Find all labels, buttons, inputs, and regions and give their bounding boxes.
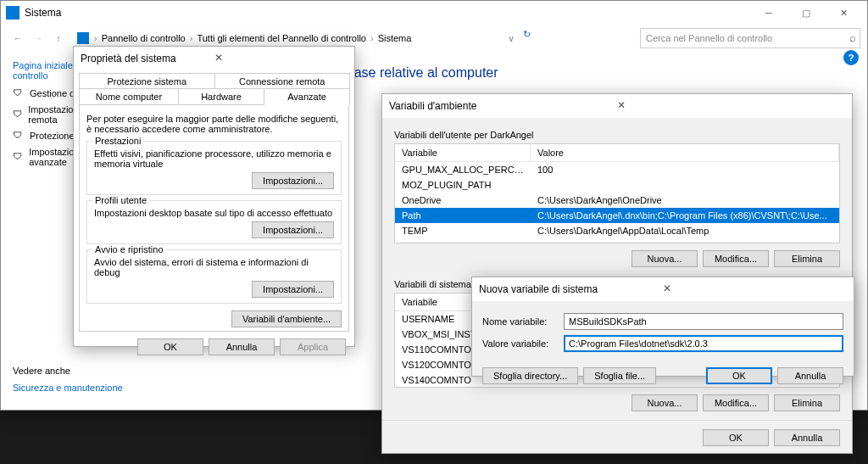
group-desc: Effetti visivi, pianificazione processor… <box>94 148 334 169</box>
sidebar-item-security[interactable]: Sicurezza e manutenzione <box>13 383 123 393</box>
dialog-title: Proprietà del sistema <box>81 53 214 64</box>
sys-delete-button[interactable]: Elimina <box>774 394 840 411</box>
close-button[interactable]: ✕ <box>214 52 348 65</box>
group-label: Profili utente <box>92 195 149 205</box>
dialog-title: Nuova variabile di sistema <box>479 283 663 295</box>
cancel-button[interactable]: Annulla <box>777 367 843 384</box>
startup-group: Avvio e ripristino Avvio del sistema, er… <box>86 249 342 304</box>
minimize-button[interactable]: ─ <box>750 1 787 25</box>
browse-file-button[interactable]: Sfoglia file... <box>583 367 656 384</box>
ok-button[interactable]: OK <box>137 338 203 355</box>
shield-icon: 🛡 <box>13 109 23 120</box>
breadcrumb-item[interactable]: Pannello di controllo <box>102 33 186 43</box>
tab-advanced[interactable]: Avanzate <box>264 88 350 105</box>
help-icon[interactable]: ? <box>843 50 859 65</box>
user-vars-table[interactable]: VariabileValore GPU_MAX_ALLOC_PERCENT100… <box>394 143 840 243</box>
tab-protection[interactable]: Protezione sistema <box>79 73 215 89</box>
name-label: Nome variabile: <box>482 316 564 327</box>
group-label: Avvio e ripristino <box>92 244 166 254</box>
cancel-button[interactable]: Annulla <box>774 429 840 446</box>
profiles-settings-button[interactable]: Impostazioni... <box>252 221 334 238</box>
system-icon <box>6 6 19 20</box>
table-row[interactable]: TEMPC:\Users\DarkAngel\AppData\Local\Tem… <box>395 223 839 238</box>
group-desc: Avvio del sistema, errori di sistema e i… <box>94 257 334 277</box>
tab-content: Per poter eseguire la maggior parte dell… <box>79 104 349 332</box>
user-edit-button[interactable]: Modifica... <box>703 250 769 267</box>
titlebar: Sistema ─ ▢ ✕ <box>1 1 867 25</box>
group-desc: Impostazioni desktop basate sul tipo di … <box>94 208 334 218</box>
shield-icon: 🛡 <box>13 130 25 142</box>
forward-button[interactable]: → <box>28 28 48 48</box>
apply-button[interactable]: Applica <box>280 338 346 355</box>
shield-icon: 🛡 <box>13 87 25 99</box>
startup-settings-button[interactable]: Impostazioni... <box>252 281 334 298</box>
new-variable-dialog: Nuova variabile di sistema ✕ Nome variab… <box>471 277 854 377</box>
dialog-titlebar: Proprietà del sistema ✕ <box>74 47 354 70</box>
name-input[interactable] <box>564 313 843 330</box>
table-row[interactable]: TMPC:\Users\DarkAngel\AppData\Local\Temp <box>395 238 839 243</box>
dialog-titlebar: Nuova variabile di sistema ✕ <box>472 277 854 301</box>
sys-edit-button[interactable]: Modifica... <box>703 394 769 411</box>
search-input[interactable]: Cerca nel Pannello di controllo <box>640 28 860 48</box>
value-label: Valore variabile: <box>482 338 564 349</box>
tab-remote[interactable]: Connessione remota <box>214 73 351 89</box>
tabs: Protezione sistema Connessione remota No… <box>79 73 349 104</box>
profiles-group: Profili utente Impostazioni desktop basa… <box>86 200 342 244</box>
performance-settings-button[interactable]: Impostazioni... <box>252 172 334 189</box>
breadcrumb-item[interactable]: Sistema <box>378 33 412 43</box>
col-variable[interactable]: Variabile <box>395 144 531 161</box>
table-row[interactable]: OneDriveC:\Users\DarkAngel\OneDrive <box>395 193 839 208</box>
window-title: Sistema <box>25 7 750 19</box>
env-vars-button[interactable]: Variabili d'ambiente... <box>231 310 342 327</box>
ok-button[interactable]: OK <box>706 367 772 384</box>
close-button[interactable]: ✕ <box>617 99 845 113</box>
dialog-titlebar: Variabili d'ambiente ✕ <box>382 94 852 118</box>
table-row[interactable]: GPU_MAX_ALLOC_PERCENT100 <box>395 162 839 177</box>
close-button[interactable]: ✕ <box>663 282 847 296</box>
table-row[interactable]: MOZ_PLUGIN_PATH <box>395 177 839 193</box>
value-input[interactable] <box>564 335 843 352</box>
user-new-button[interactable]: Nuova... <box>632 250 698 267</box>
cp-icon <box>77 32 89 44</box>
refresh-button[interactable]: ↻ <box>523 29 542 48</box>
shield-icon: 🛡 <box>13 151 24 163</box>
browse-dir-button[interactable]: Sfoglia directory... <box>482 367 578 384</box>
close-button[interactable]: ✕ <box>825 1 862 25</box>
sys-new-button[interactable]: Nuova... <box>632 394 698 411</box>
table-row[interactable]: PathC:\Users\DarkAngel\.dnx\bin;C:\Progr… <box>395 208 839 223</box>
cancel-button[interactable]: Annulla <box>209 338 275 355</box>
up-button[interactable]: ↑ <box>48 28 69 48</box>
performance-group: Prestazioni Effetti visivi, pianificazio… <box>86 141 342 195</box>
system-properties-dialog: Proprietà del sistema ✕ Protezione siste… <box>73 46 355 347</box>
see-also-heading: Vedere anche <box>13 366 123 376</box>
group-label: Prestazioni <box>92 136 143 146</box>
dialog-title: Variabili d'ambiente <box>389 100 617 112</box>
tab-computername[interactable]: Nome computer <box>79 88 179 104</box>
user-delete-button[interactable]: Elimina <box>774 250 840 267</box>
env-vars-dialog: Variabili d'ambiente ✕ Variabili dell'ut… <box>381 93 853 454</box>
intro-text: Per poter eseguire la maggior parte dell… <box>86 114 342 134</box>
tab-hardware[interactable]: Hardware <box>178 88 264 104</box>
back-button[interactable]: ← <box>8 28 28 48</box>
col-value[interactable]: Valore <box>531 144 839 161</box>
user-vars-label: Variabili dell'utente per DarkAngel <box>394 130 840 140</box>
breadcrumb-item[interactable]: Tutti gli elementi del Pannello di contr… <box>197 33 366 43</box>
maximize-button[interactable]: ▢ <box>787 1 825 25</box>
ok-button[interactable]: OK <box>703 429 769 446</box>
